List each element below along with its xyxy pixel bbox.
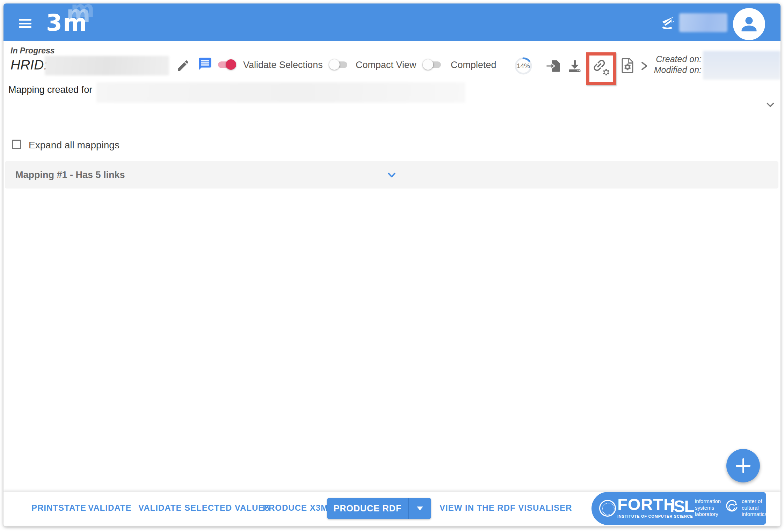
hrid-value-redacted <box>45 56 169 75</box>
comment-icon[interactable] <box>198 57 212 71</box>
avatar-person-icon <box>738 13 760 35</box>
status-state-label: In Progress <box>10 46 55 56</box>
produce-x3ml-button[interactable]: PRODUCE X3ML <box>263 503 334 513</box>
mapping-created-for-label: Mapping created for <box>8 84 92 95</box>
toggle-compact-view[interactable] <box>330 59 347 70</box>
chevron-down-icon[interactable] <box>764 100 776 110</box>
cci-logo-icon <box>725 500 739 513</box>
add-mapping-fab[interactable] <box>726 449 760 482</box>
footer-action-bar: PRINTSTATE VALIDATE VALIDATE SELECTED VA… <box>3 492 781 525</box>
user-avatar[interactable] <box>733 8 765 40</box>
mapping-created-for-redacted <box>96 82 465 103</box>
username-redacted <box>679 13 727 32</box>
isl-subtitle: information systems laboratory <box>695 498 721 518</box>
menu-icon[interactable] <box>19 19 31 28</box>
printstate-button[interactable]: PRINTSTATE <box>31 503 86 513</box>
expand-all-label: Expand all mappings <box>29 140 119 151</box>
expand-all-checkbox[interactable] <box>12 140 21 149</box>
mapping-panel-header[interactable]: Mapping #1 - Has 5 links <box>5 161 778 189</box>
3m-logo-text: 3m <box>46 9 88 36</box>
mapping-title: Mapping #1 - Has 5 links <box>15 170 125 180</box>
view-rdf-visualiser-button[interactable]: VIEW IN THE RDF VISUALISER <box>440 503 572 513</box>
top-app-bar: m m 3m <box>3 3 781 41</box>
toggle-compact-view-label: Compact View <box>356 60 416 71</box>
toggle-completed-label: Completed <box>451 60 496 71</box>
import-icon[interactable] <box>545 59 561 73</box>
caret-down-icon <box>417 507 423 510</box>
produce-rdf-dropdown[interactable] <box>409 507 431 510</box>
isl-logo-text: iSL <box>670 497 694 516</box>
progress-percent: 14% <box>514 57 533 75</box>
created-on-label: Created on: <box>597 54 702 65</box>
hand-wave-icon[interactable] <box>660 15 676 31</box>
toggle-completed[interactable] <box>423 59 441 70</box>
toggle-validate-selections[interactable] <box>218 59 235 70</box>
toggle-thumb <box>423 59 433 70</box>
forth-seal-icon <box>599 500 616 517</box>
produce-rdf-label: PRODUCE RDF <box>327 503 408 513</box>
progress-ring: 14% <box>514 57 533 75</box>
app-window: m m 3m In Progress HRID: <box>3 3 781 526</box>
plus-icon <box>742 458 744 473</box>
forth-logo-text: FORTH <box>617 495 676 514</box>
toggle-validate-selections-label: Validate Selections <box>243 60 323 71</box>
branding-block: FORTH INSTITUTE OF COMPUTER SCIENCE iSL … <box>591 492 766 525</box>
download-icon[interactable] <box>567 59 583 73</box>
produce-rdf-button[interactable]: PRODUCE RDF <box>327 498 431 519</box>
cci-subtitle: center of cultural informatics <box>742 498 767 518</box>
hrid-label: HRID: <box>10 57 48 73</box>
edit-icon[interactable] <box>176 59 190 73</box>
modified-on-label: Modified on: <box>597 65 702 75</box>
toggle-thumb <box>226 59 236 70</box>
3m-logo: m m 3m <box>46 6 88 40</box>
meta-dates: Created on: Modified on: <box>597 54 702 75</box>
dates-redacted <box>703 51 781 80</box>
toggle-thumb <box>329 59 340 70</box>
expand-mapping-chevron-icon[interactable] <box>386 170 398 180</box>
validate-button[interactable]: VALIDATE <box>88 503 131 513</box>
validate-selected-values-button[interactable]: VALIDATE SELECTED VALUES <box>138 503 270 513</box>
